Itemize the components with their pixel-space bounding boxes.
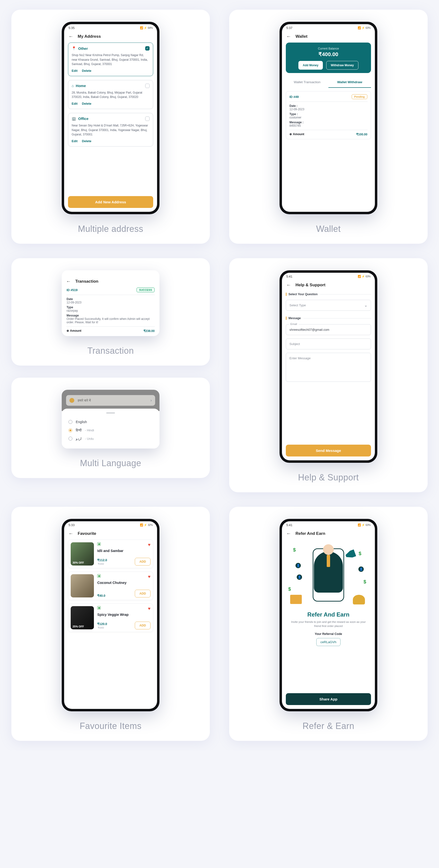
heart-icon[interactable]: ♥ [148, 542, 150, 548]
language-label: اردو [76, 437, 82, 440]
refer-subtext: Invite your friends to join and get the … [286, 620, 371, 628]
discount-badge: 25% OFF [72, 625, 84, 628]
heart-icon[interactable]: ♥ [148, 606, 150, 611]
sheet-handle[interactable] [106, 412, 115, 413]
subject-field[interactable]: Subject [286, 339, 371, 349]
dollar-icon: $ [288, 586, 291, 592]
menu-item-about[interactable]: हमारे बारे में › [66, 395, 155, 406]
type-label: Type : [289, 113, 298, 116]
coins-icon [353, 595, 365, 604]
withdraw-money-button[interactable]: Withdraw Money [326, 61, 358, 70]
message-value: Order Placed Successfully, It will confi… [66, 317, 150, 324]
tab-wallet-transaction[interactable]: Wallet Transaction [286, 78, 328, 88]
amount-value: ₹100.00 [356, 132, 368, 136]
address-name: Office [78, 117, 89, 121]
language-label: English [76, 420, 87, 424]
menu-icon [69, 398, 74, 403]
language-option-hindi[interactable]: हिन्दी - Hindi [67, 426, 154, 434]
edit-button[interactable]: Edit [71, 102, 78, 105]
tab-wallet-withdraw[interactable]: Wallet Withdraw [328, 78, 371, 88]
megaphone-icon [345, 549, 356, 559]
back-icon[interactable]: ← [68, 531, 73, 536]
veg-icon [97, 574, 101, 578]
language-sheet: English हिन्दी - Hindi اردو - Urdu [62, 409, 159, 448]
panel-caption: Transaction [87, 346, 134, 356]
panel-caption: Multiple address [78, 224, 143, 234]
edit-button[interactable]: Edit [71, 69, 78, 72]
language-option-urdu[interactable]: اردو - Urdu [67, 434, 154, 443]
back-icon[interactable]: ← [286, 531, 291, 536]
favourite-item: ♥ Coconut Chutney ₹40.0 ADD [68, 571, 153, 600]
chevron-down-icon: ⌄ [364, 303, 368, 308]
delete-button[interactable]: Delete [82, 69, 91, 72]
message-placeholder: Enter Message [289, 356, 311, 360]
section-message: Message [289, 316, 301, 320]
date-value: 12-09-2023 [66, 301, 81, 304]
food-image [71, 574, 94, 597]
page-title: My Address [78, 34, 101, 39]
checkbox-icon[interactable] [145, 117, 150, 121]
radio-icon [68, 428, 72, 432]
add-button[interactable]: ADD [135, 622, 150, 629]
item-price: ₹40.0 [97, 594, 105, 597]
email-value: shreesofttech07@gmail.com [289, 328, 329, 332]
favourite-item: 30% OFF ♥ Idli and Sambar ₹112.0₹160 ADD [68, 540, 153, 568]
email-field[interactable]: Email shreesofttech07@gmail.com [286, 324, 371, 335]
item-price: ₹120.0 [97, 622, 107, 626]
checkbox-icon[interactable] [145, 84, 150, 88]
discount-badge: 30% OFF [72, 561, 84, 564]
panel-caption: Help & Support [298, 472, 359, 483]
panel-caption: Wallet [316, 224, 341, 234]
radio-icon [68, 420, 72, 424]
address-card-office[interactable]: 🏢 Office Near Sevan Sky Hotel & D'mart M… [68, 113, 153, 147]
status-badge: SUCCESS [137, 287, 155, 292]
add-button[interactable]: ADD [135, 558, 150, 565]
back-icon[interactable]: ← [68, 34, 73, 39]
language-option-english[interactable]: English [67, 418, 154, 426]
select-placeholder: Select Type [289, 304, 306, 307]
send-message-button[interactable]: Send Message [286, 445, 371, 457]
back-icon[interactable]: ← [286, 282, 291, 288]
status-time: 5:35 [68, 26, 75, 30]
status-icons: 📶 ⚡ 64% [140, 26, 153, 30]
amount-value: ₹238.00 [144, 329, 155, 333]
message-field[interactable]: Enter Message [286, 353, 371, 382]
dollar-icon: $ [363, 579, 366, 585]
address-card-home[interactable]: ⌂ Home 28, Mundra, Bakali Colony, Bhuj, … [68, 80, 153, 109]
address-card-other[interactable]: 📍 Other ✓ Shop No2 Near Krishna Petrol P… [68, 42, 153, 76]
person-bubble-icon: 👤 [297, 575, 302, 580]
amount-icon: ⊕ [289, 132, 292, 136]
item-old-price: ₹160 [98, 562, 104, 565]
food-image: 30% OFF [71, 542, 94, 565]
amount-icon: ⊕ [66, 329, 69, 333]
select-type-dropdown[interactable]: Select Type ⌄ [286, 300, 371, 311]
add-money-button[interactable]: Add Money [298, 61, 323, 70]
back-icon[interactable]: ← [66, 279, 71, 284]
address-name: Other [78, 46, 88, 51]
share-app-button[interactable]: Share App [286, 693, 371, 705]
status-time: 5:33 [68, 523, 75, 527]
amount-label: Amount [293, 132, 304, 136]
item-name: Coconut Chutney [97, 581, 150, 585]
withdrawal-id: ID #49 [289, 95, 299, 99]
favourite-item: 25% OFF ♥ Spicy Veggie Wrap ₹120.0₹160 A… [68, 603, 153, 632]
menu-label: हमारे बारे में [78, 399, 150, 403]
page-title: Transaction [75, 279, 98, 284]
add-new-address-button[interactable]: Add New Address [68, 196, 153, 208]
heart-icon[interactable]: ♥ [148, 574, 150, 579]
address-text: Near Sevan Sky Hotel & D'mart Mall, 7J5R… [71, 123, 150, 137]
add-button[interactable]: ADD [135, 590, 150, 597]
delete-button[interactable]: Delete [82, 139, 91, 143]
edit-button[interactable]: Edit [71, 139, 78, 143]
item-old-price: ₹160 [98, 626, 104, 629]
page-title: Wallet [295, 34, 308, 39]
back-icon[interactable]: ← [286, 34, 291, 39]
item-name: Spicy Veggie Wrap [97, 613, 150, 617]
date-value: 12-09-2023 [289, 107, 304, 111]
email-label: Email [289, 322, 299, 326]
message-value: 8455745 [289, 124, 301, 127]
page-title: Refer And Earn [295, 531, 325, 536]
referral-code[interactable]: ceRLaGVh [316, 638, 341, 646]
checkbox-icon[interactable]: ✓ [145, 46, 150, 51]
delete-button[interactable]: Delete [82, 102, 91, 105]
